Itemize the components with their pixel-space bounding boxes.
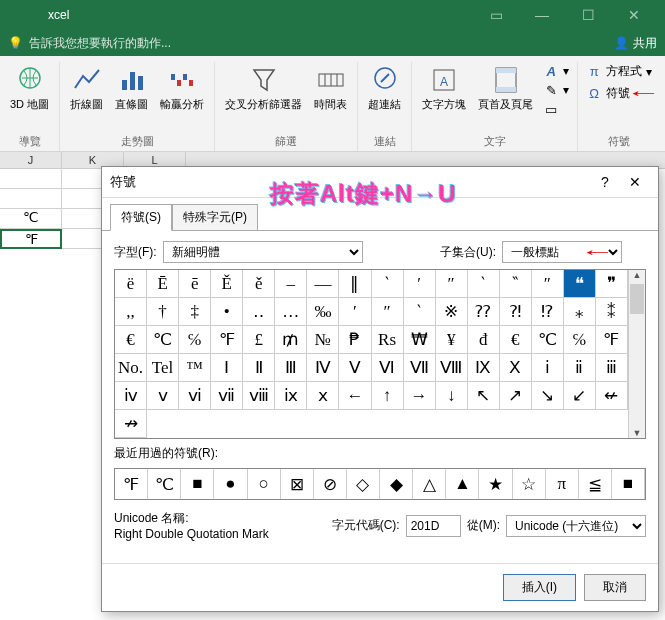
symbol-cell[interactable]: đ [468,326,500,354]
symbol-cell[interactable]: ‰ [307,298,339,326]
symbol-cell[interactable]: £ [243,326,275,354]
symbol-cell[interactable]: ⁉ [532,298,564,326]
symbol-cell[interactable]: Ⅱ [243,354,275,382]
symbol-cell[interactable]: — [307,270,339,298]
maximize-icon[interactable]: ☐ [565,7,611,23]
cell[interactable]: ℃ [0,209,62,229]
recent-symbol[interactable]: ℃ [148,469,181,499]
symbol-cell[interactable]: ⅰ [532,354,564,382]
subset-select[interactable]: 一般標點 [502,241,622,263]
symbol-cell[interactable]: € [115,326,147,354]
symbol-cell[interactable]: ↓ [436,382,468,410]
symbol-cell[interactable]: ™ [179,354,211,382]
symbol-cell[interactable]: ℅ [564,326,596,354]
symbol-cell[interactable]: ⅳ [115,382,147,410]
recent-symbol[interactable]: ● [214,469,247,499]
symbol-cell[interactable]: ↖ [468,382,500,410]
symbol-cell[interactable]: ′ [339,298,371,326]
symbol-cell[interactable]: † [147,298,179,326]
symbol-cell[interactable]: ₱ [339,326,371,354]
symbol-cell[interactable]: Tel [147,354,179,382]
symbol-cell[interactable]: Ⅴ [339,354,371,382]
symbol-cell[interactable]: ⅵ [179,382,211,410]
symbol-cell[interactable]: Ⅰ [211,354,243,382]
symbol-cell[interactable]: ″ [532,270,564,298]
symbol-cell[interactable]: ₩ [404,326,436,354]
share-button[interactable]: 👤 共用 [614,35,657,52]
recent-symbol[interactable]: ■ [612,469,645,499]
symbol-cell[interactable]: ↚ [596,382,628,410]
header-footer-button[interactable]: 頁首及頁尾 [474,62,537,132]
recent-symbol[interactable]: ⊘ [314,469,347,499]
symbol-cell[interactable]: ⅸ [275,382,307,410]
char-code-input[interactable] [406,515,461,537]
symbol-cell[interactable]: Rs [372,326,404,354]
recent-symbol[interactable]: ℉ [115,469,148,499]
symbol-cell[interactable]: ℃ [147,326,179,354]
tab-symbols[interactable]: 符號(S) [110,204,172,231]
from-select[interactable]: Unicode (十六進位) [506,515,646,537]
symbol-cell[interactable]: € [500,326,532,354]
symbol-cell[interactable]: ℅ [179,326,211,354]
timeline-button[interactable]: 時間表 [310,62,351,132]
symbol-cell[interactable]: ⅴ [147,382,179,410]
equation-button[interactable]: π 方程式▾ [584,62,654,81]
symbol-cell[interactable]: … [275,298,307,326]
cell[interactable] [0,189,62,209]
symbol-cell[interactable]: ⅱ [564,354,596,382]
close-window-icon[interactable]: ✕ [611,7,657,23]
hyperlink-button[interactable]: 超連結 [364,62,405,132]
recent-symbol[interactable]: ○ [248,469,281,499]
cell[interactable]: ℉ [0,229,62,249]
symbol-cell[interactable]: ⁎ [564,298,596,326]
symbol-cell[interactable]: ↗ [500,382,532,410]
symbol-cell[interactable]: ⅷ [243,382,275,410]
recent-symbol[interactable]: π [546,469,579,499]
symbol-cell[interactable]: Ⅹ [500,354,532,382]
symbol-cell[interactable]: ⅹ [307,382,339,410]
sparkline-winloss-button[interactable]: 輸贏分析 [156,62,208,132]
cell[interactable] [0,169,62,189]
symbol-cell[interactable]: ⅶ [211,382,243,410]
symbol-cell[interactable]: ‡ [179,298,211,326]
symbol-cell[interactable]: ë [115,270,147,298]
symbol-cell[interactable]: No. [115,354,147,382]
symbol-cell[interactable]: ″ [436,270,468,298]
symbol-cell[interactable]: ě [243,270,275,298]
textbox-button[interactable]: A 文字方塊 [418,62,470,132]
recent-symbol[interactable]: ◆ [380,469,413,499]
ribbon-opts-icon[interactable]: ▭ [473,7,519,23]
symbol-cell[interactable]: ‥ [243,298,275,326]
scroll-up-icon[interactable]: ▲ [629,270,645,280]
recent-symbol[interactable]: ■ [181,469,214,499]
symbol-cell[interactable]: Ⅲ [275,354,307,382]
symbol-cell[interactable]: → [404,382,436,410]
symbol-cell[interactable]: ‵ [372,270,404,298]
cancel-button[interactable]: 取消 [584,574,646,601]
symbol-cell[interactable]: ⁑ [596,298,628,326]
close-icon[interactable]: ✕ [620,174,650,190]
slicer-button[interactable]: 交叉分析篩選器 [221,62,306,132]
wordart-button[interactable]: A▾ [541,62,571,80]
symbol-cell[interactable]: ❝ [564,270,596,298]
symbol-cell[interactable]: • [211,298,243,326]
tab-special-chars[interactable]: 特殊字元(P) [172,204,258,231]
symbol-cell[interactable]: Ě [211,270,243,298]
recent-symbol[interactable]: ⊠ [281,469,314,499]
symbol-cell[interactable]: ′ [404,270,436,298]
symbol-cell[interactable]: ″ [372,298,404,326]
symbol-cell[interactable]: ₥ [275,326,307,354]
symbol-cell[interactable]: Ē [147,270,179,298]
symbol-cell[interactable]: ↛ [115,410,147,438]
recent-symbol[interactable]: △ [413,469,446,499]
sparkline-line-button[interactable]: 折線圖 [66,62,107,132]
symbol-cell[interactable]: ē [179,270,211,298]
symbol-cell[interactable]: ↑ [372,382,404,410]
symbol-cell[interactable]: ‶ [500,270,532,298]
symbol-cell[interactable]: ⁈ [500,298,532,326]
scrollbar[interactable]: ▲ ▼ [628,270,645,438]
symbol-cell[interactable]: ❞ [596,270,628,298]
symbol-cell[interactable]: ‵ [468,270,500,298]
3d-map-button[interactable]: 3D 地圖 [6,62,53,132]
symbol-cell[interactable]: ,, [115,298,147,326]
